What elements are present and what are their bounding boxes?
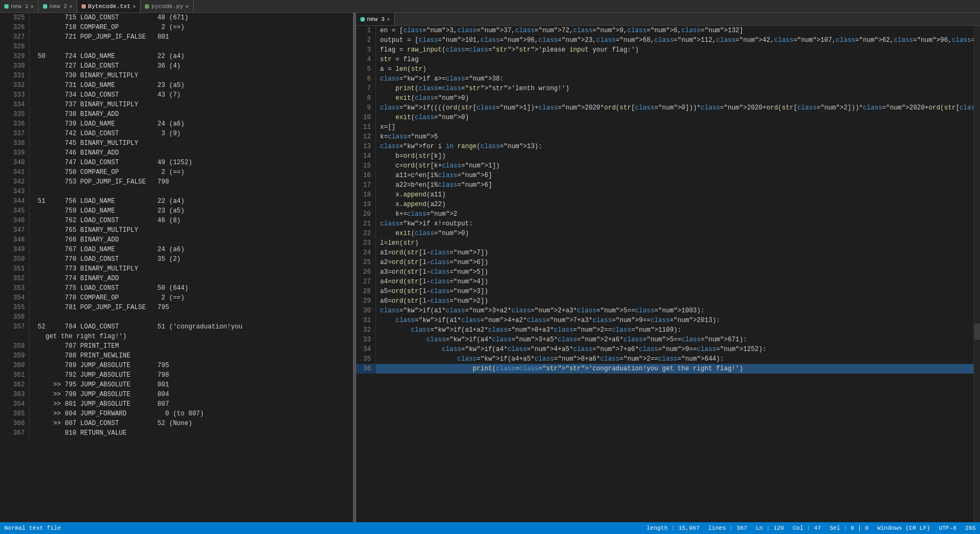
line-content: x.append(a22)	[375, 200, 974, 209]
table-row: 328	[0, 42, 353, 52]
line-content: a6=ord(str[l-class="num">2])	[375, 296, 974, 306]
line-content: 788 PRINT_NEWLINE	[30, 351, 353, 361]
table-row: 353 775 LOAD_CONST 50 (644)	[0, 283, 353, 293]
status-lines: lines : 367	[708, 525, 747, 531]
line-content: 738 BINARY_ADD	[30, 109, 353, 119]
line-content: exit(class="num">0)	[375, 113, 974, 122]
line-number: 357	[0, 322, 30, 332]
right-code-area[interactable]: 1en = [class="num">3,class="num">37,clas…	[356, 26, 974, 522]
table-row: 367 810 RETURN_VALUE	[0, 428, 353, 438]
close-icon-bytecode[interactable]: ✕	[132, 3, 136, 10]
line-content: 781 POP_JUMP_IF_FALSE 795	[30, 303, 353, 312]
line-content: 51 756 LOAD_NAME 22 (a4)	[30, 196, 353, 206]
line-number: 365	[0, 409, 30, 419]
table-row: 25a2=ord(str[l-class="num">6])	[356, 258, 974, 267]
line-number: 23	[356, 238, 375, 248]
line-number: 26	[356, 267, 375, 277]
line-number: 14	[356, 151, 375, 161]
line-number: 330	[0, 61, 30, 71]
table-row: 12k=class="num">5	[356, 132, 974, 142]
line-content: 746 BINARY_ADD	[30, 148, 353, 158]
tab-pycode[interactable]: pycode.py ✕	[141, 0, 193, 12]
table-row: 358 787 PRINT_ITEM	[0, 341, 353, 351]
table-row: 29a6=ord(str[l-class="num">2])	[356, 296, 974, 306]
line-content: k+=class="num">2	[375, 209, 974, 219]
status-ins: INS	[965, 525, 976, 531]
line-number: 367	[0, 428, 30, 438]
line-number: 355	[0, 303, 30, 312]
line-content: a11=c^en[i%class="num">6]	[375, 171, 974, 180]
line-content: 767 LOAD_NAME 24 (a6)	[30, 245, 353, 254]
table-row: 35 class="kw">if(a4+a5*class="num">8+a6*…	[356, 354, 974, 364]
table-row: 354 778 COMPARE_OP 2 (==)	[0, 293, 353, 303]
close-icon-pycode[interactable]: ✕	[186, 3, 189, 10]
line-number: 3	[356, 45, 375, 55]
line-number: 353	[0, 283, 30, 293]
line-number: 358	[0, 341, 30, 351]
line-content: >> 801 JUMP_ABSOLUTE 807	[30, 399, 353, 409]
tab-new2[interactable]: new 2 ✕	[39, 0, 77, 12]
table-row: 32 class="kw">if(a1+a2*class="num">8+a3*…	[356, 325, 974, 335]
line-content: 718 COMPARE_OP 2 (==)	[30, 23, 353, 32]
table-row: 8 exit(class="num">0)	[356, 93, 974, 103]
tab-new3[interactable]: new 3 ✕	[356, 13, 395, 25]
left-code-area[interactable]: 325 715 LOAD_CONST 48 (671)326 718 COMPA…	[0, 13, 353, 522]
line-content: output = [class="num">101,class="num">96…	[375, 35, 974, 45]
line-number: 343	[0, 187, 30, 196]
line-number: 328	[0, 42, 30, 52]
table-row: 20 k+=class="num">2	[356, 209, 974, 219]
line-content: 50 724 LOAD_NAME 22 (a4)	[30, 52, 353, 61]
status-col: Col : 47	[793, 525, 821, 531]
table-row: 337 742 LOAD_CONST 3 (9)	[0, 129, 353, 138]
line-content: a2=ord(str[l-class="num">6])	[375, 258, 974, 267]
line-number: 361	[0, 370, 30, 380]
line-number: 331	[0, 71, 30, 81]
line-content: class="kw">if x!=output:	[375, 219, 974, 229]
line-content: 747 LOAD_CONST 49 (1252)	[30, 158, 353, 167]
line-number: 25	[356, 258, 375, 267]
table-row: 326 718 COMPARE_OP 2 (==)	[0, 23, 353, 32]
main-area: 325 715 LOAD_CONST 48 (671)326 718 COMPA…	[0, 13, 980, 522]
line-content: 727 LOAD_CONST 36 (4)	[30, 61, 353, 71]
line-content: 773 BINARY_MULTIPLY	[30, 264, 353, 274]
table-row: 344 51 756 LOAD_NAME 22 (a4)	[0, 196, 353, 206]
table-row: 345 759 LOAD_NAME 23 (a5)	[0, 206, 353, 216]
table-row: 9class="kw">if((((ord(str[class="num">1]…	[356, 103, 974, 113]
table-row: 363 >> 798 JUMP_ABSOLUTE 804	[0, 390, 353, 399]
line-number: 11	[356, 122, 375, 132]
line-number: 27	[356, 277, 375, 287]
line-content: class="kw">if(a4+a5*class="num">8+a6*cla…	[375, 354, 974, 364]
line-number: 1	[356, 26, 375, 35]
table-row: 6class="kw">if a>=class="num">38:	[356, 74, 974, 84]
line-number: 29	[356, 296, 375, 306]
right-code-table: 1en = [class="num">3,class="num">37,clas…	[356, 26, 974, 374]
table-row: 347 765 BINARY_MULTIPLY	[0, 225, 353, 235]
close-icon-new1[interactable]: ✕	[31, 3, 34, 10]
line-content: str = flag	[375, 55, 974, 64]
table-row: 362 >> 795 JUMP_ABSOLUTE 801	[0, 380, 353, 390]
table-row: 338 745 BINARY_MULTIPLY	[0, 138, 353, 148]
line-number: 30	[356, 306, 375, 316]
line-content: a5=ord(str[l-class="num">3])	[375, 287, 974, 296]
line-number: 22	[356, 229, 375, 238]
line-number: 10	[356, 113, 375, 122]
line-number: 337	[0, 129, 30, 138]
tab-bytecode[interactable]: Bytecode.txt ✕	[77, 0, 141, 12]
line-number	[0, 332, 30, 341]
line-number: 12	[356, 132, 375, 142]
table-row: 343	[0, 187, 353, 196]
table-row: 333 734 LOAD_CONST 43 (7)	[0, 90, 353, 100]
tab-label-bytecode: Bytecode.txt	[88, 3, 130, 10]
table-row: 30class="kw">if(a1*class="num">3+a2*clas…	[356, 306, 974, 316]
line-content: 759 LOAD_NAME 23 (a5)	[30, 206, 353, 216]
table-row: 349 767 LOAD_NAME 24 (a6)	[0, 245, 353, 254]
table-row: 331 730 BINARY_MULTIPLY	[0, 71, 353, 81]
close-icon-new3[interactable]: ✕	[387, 16, 390, 23]
close-icon-new2[interactable]: ✕	[69, 3, 72, 10]
table-row: 357 52 784 LOAD_CONST 51 ('congraduation…	[0, 322, 353, 332]
minimap[interactable]	[974, 26, 980, 522]
line-content: c=ord(str[k+class="num">1])	[375, 161, 974, 171]
line-number: 341	[0, 167, 30, 177]
tab-new1[interactable]: new 1 ✕	[0, 0, 39, 12]
line-number: 4	[356, 55, 375, 64]
